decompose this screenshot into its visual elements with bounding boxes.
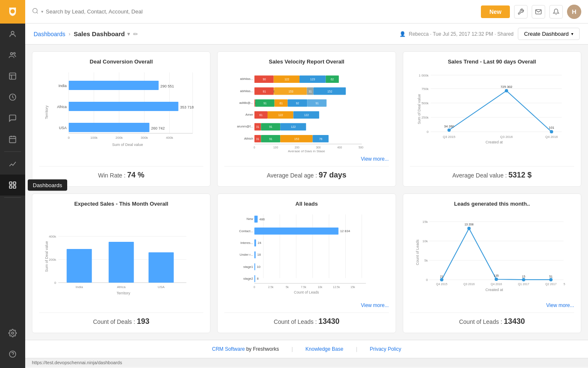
svg-point-1: [11, 31, 14, 34]
svg-rect-130: [109, 242, 134, 283]
svg-point-3: [13, 53, 15, 54]
create-dashboard-arrow: ▾: [571, 32, 573, 36]
svg-text:abhilas...: abhilas...: [240, 77, 253, 81]
svg-text:100k: 100k: [90, 136, 98, 140]
svg-text:31: 31: [256, 125, 260, 128]
sales-velocity-view-more[interactable]: View more...: [224, 156, 388, 162]
notifications-button[interactable]: [549, 5, 563, 19]
svg-point-11: [12, 332, 14, 334]
widget-expected-sales: Expected Sales - This Month Overall Sum …: [32, 193, 210, 333]
svg-point-0: [10, 9, 15, 13]
create-dashboard-button[interactable]: Create Dashboard ▾: [518, 28, 580, 40]
svg-text:200: 200: [295, 146, 300, 149]
svg-text:Sum of Deal value: Sum of Deal value: [112, 143, 143, 147]
svg-text:0: 0: [426, 278, 428, 282]
svg-text:21: 21: [440, 275, 443, 278]
svg-rect-4: [10, 73, 16, 79]
widget-leads-generated-title: Leads generated this month..: [410, 201, 574, 207]
svg-text:Sum of Deal value: Sum of Deal value: [417, 94, 421, 124]
leads-generated-stat-label: Count of Leads :: [459, 318, 502, 325]
svg-text:abhilas...: abhilas...: [240, 89, 253, 93]
svg-text:500k: 500k: [421, 101, 428, 105]
mail-button[interactable]: [532, 5, 545, 19]
widget-leads-generated-chart: Count of Leads 0 5k 10k 15k: [410, 210, 574, 300]
sidebar-item-deals[interactable]: [0, 87, 25, 108]
app-logo[interactable]: [0, 0, 25, 24]
search-dropdown-icon[interactable]: ▾: [41, 9, 43, 14]
svg-point-182: [494, 278, 498, 281]
svg-point-110: [447, 128, 451, 132]
tools-button[interactable]: [514, 5, 528, 19]
svg-text:500: 500: [359, 146, 364, 149]
status-bar: https://test.devopschennai.ninja/dashboa…: [25, 358, 588, 367]
svg-text:7.5k: 7.5k: [301, 286, 307, 289]
svg-text:260 742: 260 742: [151, 126, 165, 130]
svg-text:0: 0: [254, 146, 255, 149]
new-button[interactable]: New: [481, 5, 510, 18]
svg-rect-132: [149, 252, 174, 283]
sidebar-item-settings[interactable]: [0, 323, 25, 344]
search-input[interactable]: [46, 8, 155, 15]
svg-text:353 718: 353 718: [180, 105, 194, 109]
svg-text:12.5k: 12.5k: [333, 286, 340, 289]
sidebar-item-contacts[interactable]: [0, 24, 25, 45]
svg-text:USA: USA: [158, 285, 165, 289]
all-leads-view-more[interactable]: View more...: [224, 302, 388, 308]
svg-text:400k: 400k: [166, 136, 173, 140]
svg-rect-151: [255, 239, 256, 246]
svg-rect-7: [10, 182, 12, 185]
svg-rect-160: [255, 275, 255, 282]
footer-sep-2: |: [356, 346, 357, 352]
sidebar-item-analytics[interactable]: [0, 154, 25, 175]
svg-point-13: [33, 8, 37, 13]
knowledge-base-link[interactable]: Knowledge Base: [305, 346, 343, 352]
svg-text:122: 122: [284, 78, 289, 81]
svg-text:12 834: 12 834: [340, 229, 351, 233]
privacy-policy-link[interactable]: Privacy Policy: [370, 346, 402, 352]
breadcrumb-parent[interactable]: Dashboards: [34, 31, 66, 37]
crm-software-link[interactable]: CRM Software: [212, 346, 245, 352]
sidebar-item-reports[interactable]: [0, 66, 25, 87]
svg-text:91: 91: [264, 102, 267, 105]
widget-sales-trend-chart: Sum of Deal value 0 250k 500k 750k 1 000…: [410, 68, 574, 162]
dashboard-dropdown-arrow[interactable]: ▾: [127, 31, 130, 37]
svg-text:486: 486: [260, 217, 265, 221]
widget-deal-conversion-stat: Win Rate : 74 %: [39, 166, 203, 180]
sidebar-item-chat[interactable]: [0, 108, 25, 129]
svg-rect-128: [67, 249, 92, 283]
sidebar-item-calendar[interactable]: [0, 129, 25, 150]
sidebar-item-leads[interactable]: [0, 45, 25, 66]
dashboard-grid: Deal Conversion Overall Territory India: [25, 45, 588, 340]
widget-sales-velocity-chart: abhilas... 90 122 123 62 abhilas... 91 0…: [224, 68, 388, 154]
sidebar: Dashboards: [0, 0, 25, 367]
svg-text:62: 62: [331, 78, 334, 81]
breadcrumb-current: Sales Dashboard ▾: [74, 30, 130, 37]
user-avatar[interactable]: H: [567, 5, 581, 19]
leads-generated-view-more[interactable]: View more...: [410, 302, 574, 308]
svg-text:5k: 5k: [424, 259, 428, 262]
svg-rect-25: [69, 102, 178, 111]
svg-rect-28: [69, 123, 150, 132]
footer-by-freshworks: by Freshworks: [246, 346, 279, 352]
svg-text:Territory: Territory: [45, 105, 49, 119]
svg-text:Contact...: Contact...: [239, 229, 253, 233]
svg-text:122: 122: [304, 114, 309, 116]
svg-text:24: 24: [258, 241, 262, 245]
svg-text:725 302: 725 302: [500, 85, 512, 89]
sidebar-item-help[interactable]: [0, 344, 25, 365]
svg-text:Interes...: Interes...: [241, 241, 253, 245]
svg-text:India: India: [76, 285, 83, 289]
sidebar-divider: [4, 151, 21, 152]
sales-trend-stat-label: Average Deal value :: [452, 172, 507, 179]
svg-text:31: 31: [309, 90, 312, 93]
breadcrumb-current-label: Sales Dashboard: [74, 30, 125, 37]
svg-rect-10: [13, 186, 16, 188]
svg-text:250k: 250k: [421, 116, 428, 119]
sidebar-item-dashboards[interactable]: Dashboards: [0, 175, 25, 196]
sales-velocity-stat-value: 97 days: [319, 171, 346, 179]
status-url: https://test.devopschennai.ninja/dashboa…: [32, 360, 122, 365]
edit-dashboard-icon[interactable]: ✏: [133, 31, 138, 37]
svg-text:Q3 2016: Q3 2016: [500, 135, 513, 139]
svg-text:750k: 750k: [421, 87, 428, 91]
svg-text:15k: 15k: [351, 286, 356, 289]
